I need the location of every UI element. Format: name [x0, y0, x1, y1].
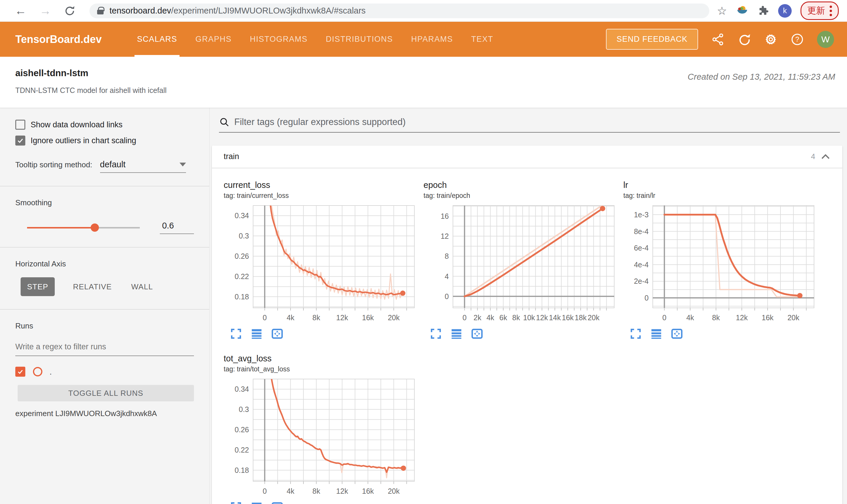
chart-lr: lrtag: train/lr02e-44e-46e-48e-41e-304k8… [623, 180, 817, 340]
filter-tags-field[interactable] [219, 117, 840, 132]
tooltip-sorting-label: Tooltip sorting method: [15, 160, 92, 169]
data-table-icon[interactable] [650, 327, 663, 340]
chart-current_loss: current_losstag: train/current_loss0.180… [224, 180, 418, 340]
smoothing-slider-knob[interactable] [91, 223, 99, 232]
smoothing-value[interactable]: 0.6 [160, 221, 194, 234]
chart-plot-area[interactable]: 0.180.220.260.30.3404k8k12k16k20k [224, 377, 418, 495]
chart-title: lr [623, 180, 817, 190]
toggle-all-runs-button[interactable]: TOGGLE ALL RUNS [18, 385, 194, 401]
reload-data-icon[interactable] [738, 33, 751, 46]
y-tick-label: 0 [445, 292, 449, 301]
chart-plot-area[interactable]: 0.180.220.260.30.3404k8k12k16k20k [224, 204, 418, 321]
fullscreen-icon[interactable] [229, 501, 242, 504]
extension-colorful-icon[interactable] [736, 4, 749, 17]
axis-step-button[interactable]: STEP [21, 277, 55, 296]
x-tick-label: 0 [463, 313, 467, 321]
chart-epoch: epochtag: train/epoch048121602k4k6k8k10k… [424, 180, 618, 340]
y-tick-label: 0.34 [235, 385, 249, 393]
collapse-chevron-up-icon[interactable] [820, 153, 831, 160]
ignore-outliers-checkbox[interactable] [15, 136, 25, 146]
main-area: train 4 current_losstag: train/current_l… [210, 108, 847, 504]
chart-actions [229, 501, 418, 504]
x-tick-label: 4k [486, 313, 495, 321]
y-tick-label: 4e-4 [634, 260, 649, 269]
x-tick-label: 8k [712, 313, 720, 321]
tooltip-sorting-value: default [100, 160, 126, 169]
x-tick-label: 12k [336, 487, 348, 495]
experiment-info-bar: aishell-tdnn-lstm TDNN-LSTM CTC model fo… [0, 57, 847, 108]
smoothing-slider[interactable] [27, 223, 140, 232]
fullscreen-icon[interactable] [229, 327, 242, 340]
fit-domain-icon[interactable] [271, 327, 284, 340]
fit-domain-icon[interactable] [471, 327, 484, 340]
y-tick-label: 1e-3 [634, 211, 649, 219]
axis-relative-button[interactable]: RELATIVE [73, 282, 112, 291]
run-row[interactable]: . [15, 367, 194, 377]
chevron-down-icon [179, 163, 186, 166]
browser-refresh-icon[interactable] [64, 5, 75, 16]
data-table-icon[interactable] [250, 327, 263, 340]
chrome-update-button[interactable]: 更新 [800, 1, 839, 20]
data-table-icon[interactable] [450, 327, 463, 340]
x-tick-label: 4k [686, 313, 694, 321]
y-tick-label: 12 [440, 232, 449, 240]
address-bar[interactable]: tensorboard.dev/experiment/LJI9MWUORLOw3… [89, 3, 709, 18]
share-icon[interactable] [711, 33, 725, 46]
extensions-puzzle-icon[interactable] [758, 5, 769, 17]
x-tick-label: 0 [263, 313, 267, 321]
tab-scalars[interactable]: SCALARS [137, 22, 177, 57]
y-tick-label: 0.26 [235, 426, 249, 434]
browser-menu-icon[interactable] [830, 5, 832, 16]
chart-plot-area[interactable]: 048121602k4k6k8k10k12k14k16k18k20k [424, 204, 618, 321]
y-tick-label: 8 [445, 252, 449, 260]
chart-tag: tag: train/lr [623, 192, 817, 200]
series-end-dot [600, 206, 605, 211]
runs-filter-input[interactable] [15, 342, 194, 356]
experiment-created-date: Created on Sep 13, 2021, 11:59:23 AM [688, 72, 835, 82]
tab-distributions[interactable]: DISTRIBUTIONS [326, 22, 393, 57]
run-checkbox[interactable] [15, 367, 25, 377]
ignore-outliers-row[interactable]: Ignore outliers in chart scaling [15, 136, 194, 146]
data-table-icon[interactable] [250, 501, 263, 504]
browser-back-icon[interactable]: ← [15, 4, 27, 17]
sidebar-divider [0, 247, 209, 248]
x-tick-label: 14k [549, 313, 561, 321]
fit-domain-icon[interactable] [670, 327, 684, 340]
tab-text[interactable]: TEXT [471, 22, 493, 57]
section-title: train [224, 152, 239, 161]
charts-grid: current_losstag: train/current_loss0.180… [224, 180, 842, 504]
filter-tags-input[interactable] [234, 117, 840, 127]
axis-wall-button[interactable]: WALL [131, 282, 153, 291]
lock-icon [97, 10, 104, 14]
settings-gear-icon[interactable] [764, 33, 778, 46]
browser-profile-avatar[interactable]: k [778, 4, 792, 18]
y-tick-label: 0 [644, 294, 649, 302]
tooltip-sorting-select[interactable]: default [100, 160, 186, 173]
fullscreen-icon[interactable] [629, 327, 642, 340]
fullscreen-icon[interactable] [429, 327, 442, 340]
account-avatar[interactable]: W [817, 31, 834, 48]
train-section-header[interactable]: train 4 [212, 146, 842, 168]
x-tick-label: 16k [362, 487, 374, 495]
x-tick-label: 12k [336, 313, 348, 321]
show-download-links-checkbox[interactable] [15, 120, 25, 130]
section-chart-count: 4 [811, 152, 815, 161]
tab-graphs[interactable]: GRAPHS [195, 22, 231, 57]
chart-tag: tag: train/epoch [424, 192, 618, 200]
browser-forward-icon: → [39, 4, 51, 17]
tab-hparams[interactable]: HPARAMS [411, 22, 453, 57]
bookmark-star-icon[interactable]: ☆ [717, 4, 727, 17]
chart-plot-area[interactable]: 02e-44e-46e-48e-41e-304k8k12k16k20k [623, 204, 817, 321]
nav-tabs: SCALARS GRAPHS HISTOGRAMS DISTRIBUTIONS … [137, 22, 493, 57]
y-tick-label: 0.3 [239, 232, 249, 240]
x-tick-label: 8k [512, 313, 520, 321]
tab-histograms[interactable]: HISTOGRAMS [250, 22, 308, 57]
help-icon[interactable]: ? [791, 33, 804, 46]
experiment-id-line: experiment LJI9MWUORLOw3jkdhxwk8A [15, 409, 194, 418]
fit-domain-icon[interactable] [271, 501, 284, 504]
app-header: TensorBoard.dev SCALARS GRAPHS HISTOGRAM… [0, 22, 847, 57]
show-download-links-row[interactable]: Show data download links [15, 120, 194, 130]
series-end-dot [401, 466, 406, 471]
chart-title: current_loss [224, 180, 418, 190]
send-feedback-button[interactable]: SEND FEEDBACK [606, 29, 698, 50]
